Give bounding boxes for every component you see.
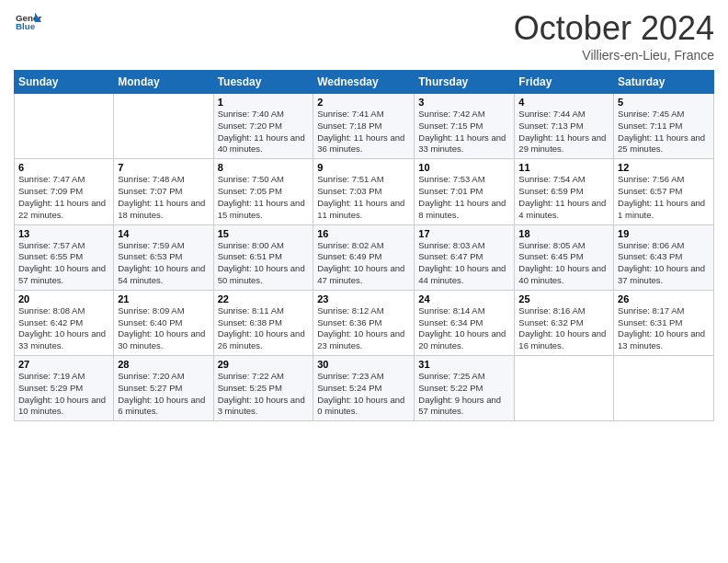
calendar-cell: 5Sunrise: 7:45 AMSunset: 7:11 PMDaylight… (614, 94, 714, 159)
calendar-cell: 31Sunrise: 7:25 AMSunset: 5:22 PMDayligh… (415, 356, 515, 421)
calendar-cell: 4Sunrise: 7:44 AMSunset: 7:13 PMDaylight… (515, 94, 614, 159)
day-of-week-header: Saturday (614, 71, 714, 94)
day-number: 31 (418, 359, 510, 370)
calendar-cell: 28Sunrise: 7:20 AMSunset: 5:27 PMDayligh… (114, 356, 213, 421)
day-info: Sunrise: 7:25 AMSunset: 5:22 PMDaylight:… (418, 371, 510, 418)
day-info: Sunrise: 7:42 AMSunset: 7:15 PMDaylight:… (418, 109, 510, 155)
day-info: Sunrise: 7:45 AMSunset: 7:11 PMDaylight:… (618, 109, 710, 155)
day-of-week-header: Sunday (15, 71, 114, 94)
day-info: Sunrise: 7:57 AMSunset: 6:55 PMDaylight:… (18, 240, 109, 287)
calendar-week-row: 1Sunrise: 7:40 AMSunset: 7:20 PMDaylight… (15, 94, 714, 159)
calendar-page: General Blue October 2024 Villiers-en-Li… (0, 0, 728, 563)
day-number: 17 (418, 228, 510, 239)
calendar-table: SundayMondayTuesdayWednesdayThursdayFrid… (14, 70, 714, 421)
calendar-week-row: 6Sunrise: 7:47 AMSunset: 7:09 PMDaylight… (15, 159, 714, 224)
calendar-week-row: 13Sunrise: 7:57 AMSunset: 6:55 PMDayligh… (15, 224, 714, 290)
day-number: 1 (218, 97, 310, 108)
day-number: 3 (418, 97, 510, 108)
calendar-cell: 15Sunrise: 8:00 AMSunset: 6:51 PMDayligh… (213, 224, 313, 290)
calendar-cell: 8Sunrise: 7:50 AMSunset: 7:05 PMDaylight… (213, 159, 313, 224)
day-info: Sunrise: 7:20 AMSunset: 5:27 PMDaylight:… (118, 371, 209, 418)
day-number: 18 (518, 228, 609, 239)
calendar-cell: 10Sunrise: 7:53 AMSunset: 7:01 PMDayligh… (415, 159, 515, 224)
day-number: 19 (618, 228, 710, 239)
calendar-cell: 11Sunrise: 7:54 AMSunset: 6:59 PMDayligh… (515, 159, 614, 224)
day-number: 8 (218, 162, 310, 173)
day-number: 29 (218, 359, 310, 370)
day-info: Sunrise: 7:19 AMSunset: 5:29 PMDaylight:… (18, 371, 109, 418)
day-info: Sunrise: 8:02 AMSunset: 6:49 PMDaylight:… (317, 240, 410, 287)
day-number: 24 (418, 293, 510, 304)
day-info: Sunrise: 8:11 AMSunset: 6:38 PMDaylight:… (218, 305, 310, 352)
day-number: 6 (18, 162, 109, 173)
calendar-cell: 1Sunrise: 7:40 AMSunset: 7:20 PMDaylight… (213, 94, 313, 159)
day-number: 2 (317, 97, 410, 108)
calendar-week-row: 27Sunrise: 7:19 AMSunset: 5:29 PMDayligh… (15, 356, 714, 421)
day-info: Sunrise: 7:51 AMSunset: 7:03 PMDaylight:… (317, 174, 410, 221)
calendar-cell: 26Sunrise: 8:17 AMSunset: 6:31 PMDayligh… (614, 290, 714, 355)
day-info: Sunrise: 7:54 AMSunset: 6:59 PMDaylight:… (518, 174, 609, 221)
day-number: 28 (118, 359, 209, 370)
day-number: 30 (317, 359, 410, 370)
day-info: Sunrise: 7:53 AMSunset: 7:01 PMDaylight:… (418, 174, 510, 221)
day-info: Sunrise: 7:47 AMSunset: 7:09 PMDaylight:… (18, 174, 109, 221)
calendar-cell: 3Sunrise: 7:42 AMSunset: 7:15 PMDaylight… (415, 94, 515, 159)
calendar-cell: 6Sunrise: 7:47 AMSunset: 7:09 PMDaylight… (15, 159, 114, 224)
calendar-cell (515, 356, 614, 421)
day-info: Sunrise: 8:06 AMSunset: 6:43 PMDaylight:… (618, 240, 710, 287)
day-info: Sunrise: 8:09 AMSunset: 6:40 PMDaylight:… (118, 305, 209, 352)
logo-icon: General Blue (16, 9, 41, 35)
svg-text:Blue: Blue (16, 21, 36, 31)
calendar-cell: 2Sunrise: 7:41 AMSunset: 7:18 PMDaylight… (313, 94, 415, 159)
day-info: Sunrise: 8:17 AMSunset: 6:31 PMDaylight:… (618, 305, 710, 352)
calendar-cell: 24Sunrise: 8:14 AMSunset: 6:34 PMDayligh… (415, 290, 515, 355)
day-info: Sunrise: 7:48 AMSunset: 7:07 PMDaylight:… (118, 174, 209, 221)
day-number: 14 (118, 228, 209, 239)
page-header: General Blue October 2024 Villiers-en-Li… (14, 9, 714, 63)
day-number: 4 (518, 97, 609, 108)
calendar-cell: 16Sunrise: 8:02 AMSunset: 6:49 PMDayligh… (313, 224, 415, 290)
day-of-week-header: Monday (114, 71, 213, 94)
day-info: Sunrise: 8:14 AMSunset: 6:34 PMDaylight:… (418, 305, 510, 352)
day-info: Sunrise: 7:44 AMSunset: 7:13 PMDaylight:… (518, 109, 609, 155)
day-of-week-header: Friday (515, 71, 614, 94)
day-info: Sunrise: 7:41 AMSunset: 7:18 PMDaylight:… (317, 109, 410, 155)
calendar-cell: 14Sunrise: 7:59 AMSunset: 6:53 PMDayligh… (114, 224, 213, 290)
calendar-cell: 9Sunrise: 7:51 AMSunset: 7:03 PMDaylight… (313, 159, 415, 224)
calendar-cell (114, 94, 213, 159)
day-number: 20 (18, 293, 109, 304)
calendar-cell: 21Sunrise: 8:09 AMSunset: 6:40 PMDayligh… (114, 290, 213, 355)
calendar-cell: 17Sunrise: 8:03 AMSunset: 6:47 PMDayligh… (415, 224, 515, 290)
day-info: Sunrise: 7:56 AMSunset: 6:57 PMDaylight:… (618, 174, 710, 221)
location: Villiers-en-Lieu, France (514, 48, 714, 63)
calendar-cell: 7Sunrise: 7:48 AMSunset: 7:07 PMDaylight… (114, 159, 213, 224)
title-block: October 2024 Villiers-en-Lieu, France (514, 9, 714, 63)
day-info: Sunrise: 8:05 AMSunset: 6:45 PMDaylight:… (518, 240, 609, 287)
day-number: 9 (317, 162, 410, 173)
logo: General Blue (14, 9, 41, 39)
day-of-week-header: Tuesday (213, 71, 313, 94)
calendar-cell: 19Sunrise: 8:06 AMSunset: 6:43 PMDayligh… (614, 224, 714, 290)
day-number: 5 (618, 97, 710, 108)
day-number: 22 (218, 293, 310, 304)
day-info: Sunrise: 7:22 AMSunset: 5:25 PMDaylight:… (218, 371, 310, 418)
day-number: 25 (518, 293, 609, 304)
day-info: Sunrise: 7:50 AMSunset: 7:05 PMDaylight:… (218, 174, 310, 221)
calendar-cell: 18Sunrise: 8:05 AMSunset: 6:45 PMDayligh… (515, 224, 614, 290)
calendar-cell: 20Sunrise: 8:08 AMSunset: 6:42 PMDayligh… (15, 290, 114, 355)
day-of-week-header: Thursday (415, 71, 515, 94)
day-info: Sunrise: 8:16 AMSunset: 6:32 PMDaylight:… (518, 305, 609, 352)
calendar-cell: 27Sunrise: 7:19 AMSunset: 5:29 PMDayligh… (15, 356, 114, 421)
calendar-cell: 12Sunrise: 7:56 AMSunset: 6:57 PMDayligh… (614, 159, 714, 224)
calendar-cell (614, 356, 714, 421)
day-number: 21 (118, 293, 209, 304)
calendar-cell: 23Sunrise: 8:12 AMSunset: 6:36 PMDayligh… (313, 290, 415, 355)
day-info: Sunrise: 8:12 AMSunset: 6:36 PMDaylight:… (317, 305, 410, 352)
day-info: Sunrise: 7:40 AMSunset: 7:20 PMDaylight:… (218, 109, 310, 155)
calendar-cell: 30Sunrise: 7:23 AMSunset: 5:24 PMDayligh… (313, 356, 415, 421)
day-number: 13 (18, 228, 109, 239)
day-info: Sunrise: 8:08 AMSunset: 6:42 PMDaylight:… (18, 305, 109, 352)
calendar-cell: 13Sunrise: 7:57 AMSunset: 6:55 PMDayligh… (15, 224, 114, 290)
day-number: 7 (118, 162, 209, 173)
day-info: Sunrise: 7:23 AMSunset: 5:24 PMDaylight:… (317, 371, 410, 418)
